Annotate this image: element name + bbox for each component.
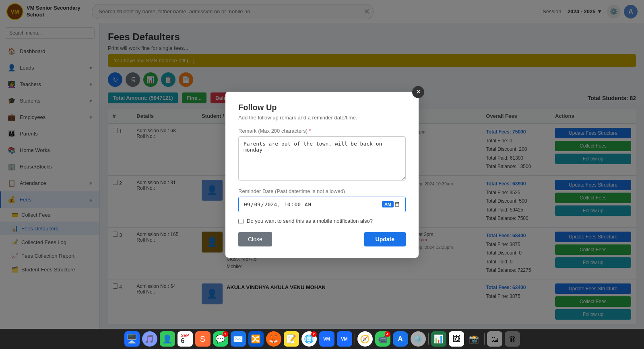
dock-sourcetree[interactable]: 🔀 xyxy=(248,331,264,347)
remark-textarea[interactable]: Parents are out of the town, will be bac… xyxy=(238,136,406,181)
dock-excel[interactable]: 📊 xyxy=(431,331,446,347)
modal-close-btn[interactable]: Close xyxy=(238,232,272,246)
notification-checkbox-row: Do you want to send this as a mobile not… xyxy=(238,218,406,224)
dock-vmadmin2[interactable]: VM xyxy=(337,331,352,347)
dock-separator3 xyxy=(484,333,485,345)
modal-subtitle: Add the follow up remark and a reminder … xyxy=(238,115,406,121)
dock-vmadmin[interactable]: VM xyxy=(319,331,334,347)
reminder-date-row: AM xyxy=(238,197,406,212)
dock-finder[interactable]: 🖥️ xyxy=(124,331,140,347)
follow-up-modal: ✕ Follow Up Add the follow up remark and… xyxy=(225,92,419,258)
notification-label: Do you want to send this as a mobile not… xyxy=(247,218,373,224)
modal-close-button[interactable]: ✕ xyxy=(412,86,424,98)
dock-imagecap[interactable]: 📸 xyxy=(466,331,482,347)
dock: 🖥️ 🎵 👤 SEP6 S 💬 1 ✉️ 🔀 🦊 📝 🌐 2 VM VM 🧭 📹… xyxy=(0,329,644,349)
dock-separator xyxy=(355,333,355,345)
dock-calendar[interactable]: SEP6 xyxy=(178,331,193,347)
dock-siri[interactable]: 🎵 xyxy=(142,331,157,347)
dock-chrome[interactable]: 🌐 2 xyxy=(301,331,317,347)
modal-footer: Close Update xyxy=(238,232,406,246)
modal-title: Follow Up xyxy=(238,103,406,112)
dock-separator2 xyxy=(428,333,429,345)
dock-whatsapp[interactable]: 💬 1 xyxy=(213,331,228,347)
dock-sublime[interactable]: S xyxy=(195,331,211,347)
modal-update-btn[interactable]: Update xyxy=(364,232,406,246)
reminder-label: Reminder Date (Past date/time is not all… xyxy=(238,188,406,194)
dock-trash[interactable]: 🗑 xyxy=(505,331,520,347)
notification-checkbox[interactable] xyxy=(238,219,244,224)
dock-notes[interactable]: 📝 xyxy=(284,331,299,347)
reminder-date-input[interactable] xyxy=(238,197,406,212)
remark-label: Remark (Max 200 characters) * xyxy=(238,128,406,134)
dock-facetime[interactable]: 📹 4 xyxy=(375,331,390,347)
dock-firefox[interactable]: 🦊 xyxy=(266,331,281,347)
dock-appstore[interactable]: A xyxy=(393,331,408,347)
modal-overlay: ✕ Follow Up Add the follow up remark and… xyxy=(0,0,644,349)
dock-contacts[interactable]: 👤 xyxy=(160,331,175,347)
dock-settings[interactable]: ⚙️ xyxy=(411,331,426,347)
am-label: AM xyxy=(382,201,394,207)
dock-files[interactable]: 🗂 xyxy=(487,331,502,347)
dock-preview[interactable]: 🖼 xyxy=(449,331,464,347)
dock-safari[interactable]: 🧭 xyxy=(357,331,373,347)
dock-mail[interactable]: ✉️ xyxy=(231,331,246,347)
